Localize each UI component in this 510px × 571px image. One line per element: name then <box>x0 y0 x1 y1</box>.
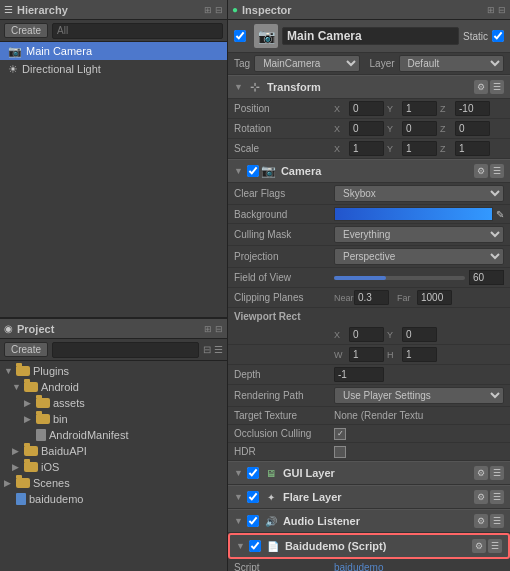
android-folder-icon <box>24 382 38 392</box>
culling-mask-dropdown[interactable]: Everything <box>334 226 504 243</box>
gui-layer-checkbox[interactable] <box>247 467 259 479</box>
clipping-near[interactable] <box>354 290 389 305</box>
position-x[interactable] <box>349 101 384 116</box>
project-controls: ⊞ ⊟ <box>204 324 223 334</box>
android-arrow: ▼ <box>12 382 22 392</box>
flare-layer-header[interactable]: ▼ ✦ Flare Layer ⚙ ☰ <box>228 485 510 509</box>
baidudemo-menu-icon[interactable]: ☰ <box>488 539 502 553</box>
camera-menu-icon[interactable]: ☰ <box>490 164 504 178</box>
clipping-far[interactable] <box>417 290 452 305</box>
gui-layer-menu-icon[interactable]: ☰ <box>490 466 504 480</box>
rotation-z[interactable] <box>455 121 490 136</box>
viewport-h[interactable] <box>402 347 437 362</box>
position-y[interactable] <box>402 101 437 116</box>
viewport-x[interactable] <box>349 327 384 342</box>
camera-checkbox[interactable] <box>247 165 259 177</box>
inspector-body: 📷 Main Camera Static Tag MainCamera Laye… <box>228 20 510 571</box>
tree-item-baiduapi[interactable]: ▶ BaiduAPI <box>0 443 227 459</box>
scale-label: Scale <box>234 143 334 154</box>
tree-item-scenes[interactable]: ▶ Scenes <box>0 475 227 491</box>
script-label: Script <box>234 562 334 571</box>
tree-item-assets[interactable]: ▶ assets <box>0 395 227 411</box>
transform-menu-icon[interactable]: ☰ <box>490 80 504 94</box>
camera-settings-icon[interactable]: ⚙ <box>474 164 488 178</box>
tree-item-plugins[interactable]: ▼ Plugins <box>0 363 227 379</box>
position-z[interactable] <box>455 101 490 116</box>
clipping-row: Clipping Planes Near Far <box>228 288 510 308</box>
bin-arrow: ▶ <box>24 414 34 424</box>
hierarchy-panel: ☰ Hierarchy ⊞ ⊟ Create 📷 Main Camera ☀ D… <box>0 0 228 571</box>
baidudemo-comp-icon: 📄 <box>265 538 281 554</box>
audio-listener-header[interactable]: ▼ 🔊 Audio Listener ⚙ ☰ <box>228 509 510 533</box>
projection-dropdown[interactable]: Perspective <box>334 248 504 265</box>
background-color-edit[interactable]: ✎ <box>496 209 504 220</box>
static-checkbox[interactable] <box>492 30 504 42</box>
hierarchy-item-main-camera[interactable]: 📷 Main Camera <box>0 42 227 60</box>
fov-input[interactable] <box>469 270 504 285</box>
occlusion-label: Occlusion Culling <box>234 428 334 439</box>
light-icon: ☀ <box>8 63 18 76</box>
go-name[interactable]: Main Camera <box>282 27 459 45</box>
background-color-picker[interactable] <box>334 207 493 221</box>
tree-item-bin[interactable]: ▶ bin <box>0 411 227 427</box>
flare-settings-icon[interactable]: ⚙ <box>474 490 488 504</box>
project-view-icons[interactable]: ⊟ ☰ <box>203 344 223 355</box>
transform-settings-icon[interactable]: ⚙ <box>474 80 488 94</box>
depth-label: Depth <box>234 369 334 380</box>
transform-position-row: Position X Y Z <box>228 99 510 119</box>
tree-item-androidmanifest[interactable]: ▶ AndroidManifest <box>0 427 227 443</box>
hierarchy-toolbar: Create <box>0 20 227 42</box>
transform-name: Transform <box>267 81 472 93</box>
hierarchy-item-directional-light[interactable]: ☀ Directional Light <box>0 60 227 78</box>
transform-rotation-row: Rotation X Y Z <box>228 119 510 139</box>
baidudemo-settings-icon[interactable]: ⚙ <box>472 539 486 553</box>
scenes-arrow: ▶ <box>4 478 14 488</box>
gui-layer-name: GUI Layer <box>283 467 472 479</box>
rotation-x[interactable] <box>349 121 384 136</box>
layer-dropdown[interactable]: Default <box>399 55 504 72</box>
hdr-label: HDR <box>234 446 334 457</box>
hierarchy-controls: ⊞ ⊟ <box>204 5 223 15</box>
audio-menu-icon[interactable]: ☰ <box>490 514 504 528</box>
flare-checkbox[interactable] <box>247 491 259 503</box>
project-icon: ◉ <box>4 323 13 334</box>
scale-y[interactable] <box>402 141 437 156</box>
occlusion-checkbox[interactable]: ✓ <box>334 428 346 440</box>
go-active-checkbox[interactable] <box>234 30 246 42</box>
go-header: 📷 Main Camera Static <box>228 20 510 53</box>
fov-slider[interactable] <box>334 276 465 280</box>
audio-settings-icon[interactable]: ⚙ <box>474 514 488 528</box>
hierarchy-search[interactable] <box>52 23 223 39</box>
depth-input[interactable] <box>334 367 384 382</box>
baidudemo-checkbox[interactable] <box>249 540 261 552</box>
hdr-checkbox[interactable] <box>334 446 346 458</box>
hierarchy-header: ☰ Hierarchy ⊞ ⊟ <box>0 0 227 20</box>
ios-arrow: ▶ <box>12 462 22 472</box>
flare-menu-icon[interactable]: ☰ <box>490 490 504 504</box>
scale-z[interactable] <box>455 141 490 156</box>
audio-checkbox[interactable] <box>247 515 259 527</box>
camera-header[interactable]: ▼ 📷 Camera ⚙ ☰ <box>228 159 510 183</box>
transform-header[interactable]: ▼ ⊹ Transform ⚙ ☰ <box>228 75 510 99</box>
baidudemo-header[interactable]: ▼ 📄 Baidudemo (Script) ⚙ ☰ <box>228 533 510 559</box>
project-search[interactable] <box>52 342 199 358</box>
plugins-arrow: ▼ <box>4 366 14 376</box>
project-create-btn[interactable]: Create <box>4 342 48 357</box>
rotation-y[interactable] <box>402 121 437 136</box>
tag-dropdown[interactable]: MainCamera <box>254 55 359 72</box>
tree-item-ios[interactable]: ▶ iOS <box>0 459 227 475</box>
rendering-path-dropdown[interactable]: Use Player Settings <box>334 387 504 404</box>
viewport-w[interactable] <box>349 347 384 362</box>
tree-item-baidudemo[interactable]: ▶ baidudemo <box>0 491 227 507</box>
camera-comp-icon: 📷 <box>261 163 277 179</box>
clipping-label: Clipping Planes <box>234 292 334 303</box>
static-label: Static <box>463 31 488 42</box>
tree-item-android[interactable]: ▼ Android <box>0 379 227 395</box>
gui-layer-settings-icon[interactable]: ⚙ <box>474 466 488 480</box>
clear-flags-dropdown[interactable]: Skybox <box>334 185 504 202</box>
gui-layer-header[interactable]: ▼ 🖥 GUI Layer ⚙ ☰ <box>228 461 510 485</box>
viewport-y[interactable] <box>402 327 437 342</box>
hierarchy-create-btn[interactable]: Create <box>4 23 48 38</box>
script-value[interactable]: baidudemo <box>334 562 383 571</box>
scale-x[interactable] <box>349 141 384 156</box>
